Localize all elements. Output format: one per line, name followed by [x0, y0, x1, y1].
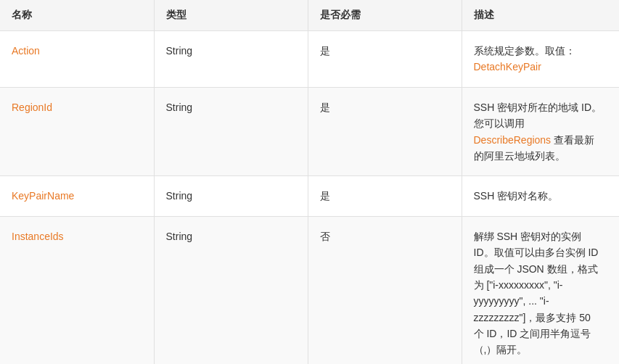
param-desc: SSH 密钥对所在的地域 ID。您可以调用 DescribeRegions 查看…	[462, 87, 619, 176]
header-required: 是否必需	[308, 0, 462, 31]
header-desc: 描述	[462, 0, 619, 31]
header-name: 名称	[0, 0, 154, 31]
param-required: 是	[308, 31, 462, 88]
param-type: String	[154, 31, 308, 88]
param-name: Action	[0, 31, 154, 88]
table-row: InstanceIds String 否 解绑 SSH 密钥对的实例 ID。取值…	[0, 216, 619, 364]
header-type: 类型	[154, 0, 308, 31]
table-row: KeyPairName String 是 SSH 密钥对名称。	[0, 176, 619, 216]
param-name: KeyPairName	[0, 176, 154, 216]
api-params-table: 名称 类型 是否必需 描述 Action String 是 系统规定参数。取值：…	[0, 0, 619, 364]
table-row: RegionId String 是 SSH 密钥对所在的地域 ID。您可以调用 …	[0, 87, 619, 176]
param-type: String	[154, 176, 308, 216]
param-desc: 解绑 SSH 密钥对的实例 ID。取值可以由多台实例 ID 组成一个 JSON …	[462, 216, 619, 364]
param-type: String	[154, 216, 308, 364]
param-desc: 系统规定参数。取值： DetachKeyPair	[462, 31, 619, 88]
param-type: String	[154, 87, 308, 176]
param-desc: SSH 密钥对名称。	[462, 176, 619, 216]
param-name: RegionId	[0, 87, 154, 176]
detach-keypair-link[interactable]: DetachKeyPair	[474, 61, 541, 73]
describe-regions-link[interactable]: DescribeRegions	[474, 134, 552, 146]
param-required: 是	[308, 87, 462, 176]
table-row: Action String 是 系统规定参数。取值： DetachKeyPair	[0, 31, 619, 88]
param-required: 否	[308, 216, 462, 364]
param-required: 是	[308, 176, 462, 216]
param-name: InstanceIds	[0, 216, 154, 364]
